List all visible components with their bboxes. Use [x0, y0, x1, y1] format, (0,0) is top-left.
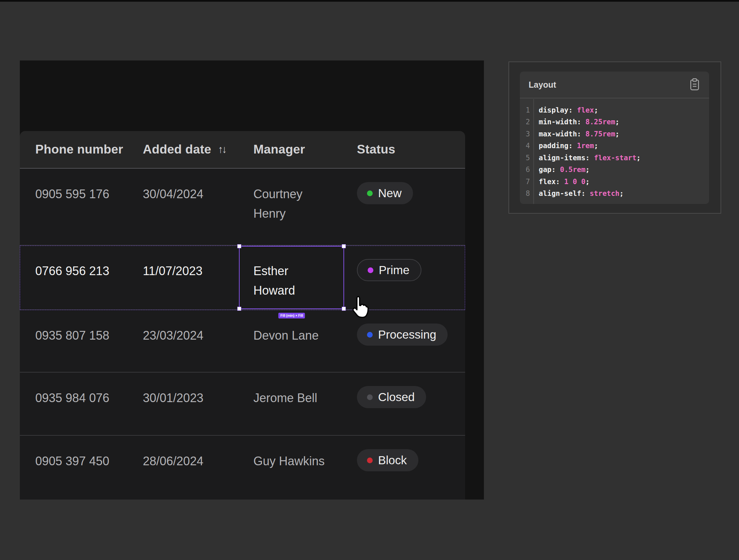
- selection-handle-bottom-left[interactable]: [237, 307, 241, 311]
- table-header-row: Phone numberAdded date↑↓ManagerStatus: [20, 131, 465, 169]
- status-dot-icon: [367, 190, 373, 196]
- status-dot-icon: [368, 267, 373, 273]
- status-label: Block: [378, 450, 407, 470]
- table-row[interactable]: 0905 595 17630/04/2024CourtneyHenryNew: [20, 169, 465, 246]
- css-declaration: flex: 1 0 0;: [530, 178, 590, 186]
- clipboard-icon: [689, 78, 700, 92]
- table-row[interactable]: 0905 397 45028/06/2024Guy HawkinsBlock: [20, 436, 465, 500]
- status-label: Closed: [378, 387, 415, 407]
- cell-phone[interactable]: 0935 984 076: [35, 373, 109, 435]
- status-badge-processing[interactable]: Processing: [357, 324, 448, 346]
- sort-icon[interactable]: ↑↓: [218, 143, 225, 156]
- column-header-status[interactable]: Status: [357, 131, 395, 168]
- column-header-label: Status: [357, 142, 395, 157]
- manager-name-line: Henry: [253, 204, 302, 223]
- status-badge-prime[interactable]: Prime: [357, 259, 421, 281]
- cell-manager[interactable]: Jerome Bell: [253, 373, 317, 435]
- selection-size-badge: Fill (min) × Fill: [278, 313, 305, 318]
- css-declaration: padding: 1rem;: [530, 142, 598, 150]
- inspector-card: Layout 1display: flex;2min-width: 8.25re…: [508, 61, 721, 214]
- status-dot-icon: [367, 332, 373, 338]
- css-value: flex: [577, 106, 594, 114]
- layout-panel-header: Layout: [520, 72, 709, 98]
- cell-added-date[interactable]: 30/04/2024: [143, 169, 203, 245]
- line-number: 8: [520, 189, 530, 198]
- table-row[interactable]: 0935 807 15823/03/2024Devon LaneProcessi…: [20, 310, 465, 373]
- column-header-label: Added date: [143, 142, 211, 157]
- cell-status[interactable]: Processing: [357, 310, 448, 372]
- line-number: 4: [520, 142, 530, 150]
- figma-canvas: Phone numberAdded date↑↓ManagerStatus 09…: [0, 0, 739, 560]
- cell-added-date[interactable]: 23/03/2024: [143, 310, 203, 372]
- hand-cursor-icon: [349, 294, 370, 320]
- column-header-label: Phone number: [35, 142, 123, 157]
- status-badge-block[interactable]: Block: [357, 449, 418, 471]
- line-number: 5: [520, 154, 530, 162]
- css-code-line: 8align-self: stretch;: [520, 188, 709, 200]
- panel-title: Layout: [529, 80, 556, 90]
- css-code-line: 6gap: 0.5rem;: [520, 164, 709, 176]
- line-number: 6: [520, 166, 530, 174]
- selection-handle-top-left[interactable]: [237, 244, 241, 248]
- table-row[interactable]: 0935 984 07630/01/2023Jerome BellClosed: [20, 373, 465, 436]
- css-value: 8.25rem: [585, 118, 615, 126]
- status-label: Processing: [378, 325, 436, 344]
- selection-cell-outline[interactable]: [239, 246, 344, 309]
- cell-status[interactable]: New: [357, 169, 413, 245]
- css-declaration: align-self: stretch;: [530, 189, 624, 198]
- cell-status[interactable]: Closed: [357, 373, 426, 435]
- top-edge-line: [0, 0, 739, 2]
- css-value: 0.5rem: [560, 166, 585, 174]
- cell-manager[interactable]: Devon Lane: [253, 310, 319, 372]
- cell-added-date[interactable]: 11/07/2023: [143, 246, 203, 309]
- line-number: 1: [520, 106, 530, 114]
- line-number: 3: [520, 130, 530, 138]
- css-code-line: 5align-items: flex-start;: [520, 152, 709, 164]
- status-badge-new[interactable]: New: [357, 182, 413, 204]
- css-declaration: min-width: 8.25rem;: [530, 118, 619, 126]
- cell-added-date[interactable]: 28/06/2024: [143, 436, 203, 500]
- column-header-phone-number[interactable]: Phone number: [35, 131, 123, 168]
- status-label: New: [378, 183, 402, 203]
- css-declaration: display: flex;: [530, 106, 598, 114]
- css-declaration: max-width: 8.75rem;: [530, 130, 619, 138]
- status-label: Prime: [379, 260, 409, 280]
- css-code-line: 4padding: 1rem;: [520, 140, 709, 152]
- line-number: 2: [520, 118, 530, 126]
- css-value: 1 0 0: [564, 178, 585, 186]
- css-value: flex-start: [594, 154, 636, 162]
- manager-name-line: Courtney: [253, 184, 302, 204]
- layout-panel: Layout 1display: flex;2min-width: 8.25re…: [520, 72, 709, 204]
- cell-status[interactable]: Block: [357, 436, 418, 500]
- copy-css-button[interactable]: [689, 78, 700, 92]
- cell-added-date[interactable]: 30/01/2023: [143, 373, 203, 435]
- cell-phone[interactable]: 0905 595 176: [35, 169, 109, 245]
- css-declaration: gap: 0.5rem;: [530, 166, 590, 174]
- status-dot-icon: [367, 458, 373, 463]
- cell-manager[interactable]: CourtneyHenry: [253, 169, 302, 245]
- status-badge-closed[interactable]: Closed: [357, 386, 426, 408]
- manager-name-line: Guy Hawkins: [253, 451, 325, 471]
- css-code-block: 1display: flex;2min-width: 8.25rem;3max-…: [520, 99, 709, 204]
- manager-name-line: Devon Lane: [253, 326, 319, 345]
- column-header-added-date[interactable]: Added date↑↓: [143, 131, 225, 168]
- css-value: stretch: [590, 189, 620, 198]
- line-number: 7: [520, 178, 530, 186]
- css-value: 8.75rem: [585, 130, 615, 138]
- css-value: 1rem: [577, 142, 594, 150]
- status-dot-icon: [367, 394, 373, 400]
- selection-handle-bottom-right[interactable]: [342, 307, 346, 311]
- manager-name-line: Jerome Bell: [253, 388, 317, 408]
- column-header-label: Manager: [253, 142, 305, 157]
- cell-phone[interactable]: 0905 397 450: [35, 436, 109, 500]
- css-code-line: 3max-width: 8.75rem;: [520, 128, 709, 140]
- cell-phone[interactable]: 0935 807 158: [35, 310, 109, 372]
- cell-phone[interactable]: 0766 956 213: [35, 246, 109, 309]
- column-header-manager[interactable]: Manager: [253, 131, 305, 168]
- selection-handle-top-right[interactable]: [342, 244, 346, 248]
- css-declaration: align-items: flex-start;: [530, 154, 641, 162]
- cell-manager[interactable]: Guy Hawkins: [253, 436, 325, 500]
- css-code-line: 1display: flex;: [520, 104, 709, 116]
- css-code-line: 7flex: 1 0 0;: [520, 176, 709, 188]
- css-code-line: 2min-width: 8.25rem;: [520, 116, 709, 128]
